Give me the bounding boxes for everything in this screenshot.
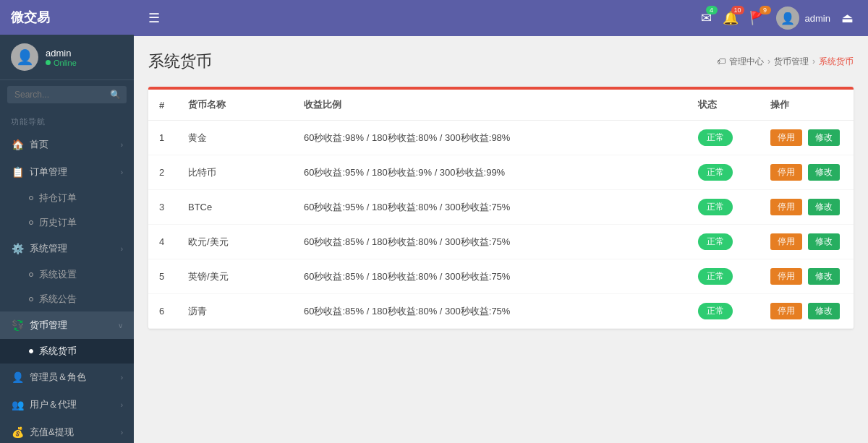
stop-button[interactable]: 停用 — [770, 199, 802, 215]
sidebar-item-users[interactable]: 👥 用户＆代理 › — [0, 391, 134, 418]
mail-badge: 4 — [706, 6, 718, 14]
cell-name: 英镑/美元 — [177, 259, 293, 294]
col-header-profit: 收益比例 — [293, 90, 687, 121]
flag-icon-wrap[interactable]: 🚩 9 — [749, 10, 765, 26]
cell-status: 正常 — [687, 155, 760, 190]
sidebar-item-home-label: 首页 — [30, 138, 48, 151]
edit-button[interactable]: 修改 — [808, 303, 840, 319]
stop-button[interactable]: 停用 — [770, 129, 802, 146]
table-row: 4 欧元/美元 60秒收益:85% / 180秒收益:80% / 300秒收益:… — [148, 225, 854, 259]
sidebar-item-orders-label: 订单管理 — [30, 165, 67, 179]
edit-button[interactable]: 修改 — [808, 129, 840, 146]
cell-name: BTCe — [177, 190, 293, 225]
logout-icon[interactable]: ⏏ — [841, 10, 854, 26]
topbar-avatar: 👤 — [776, 7, 799, 30]
chevron-icon-system: › — [121, 245, 123, 253]
sidebar-item-admin-roles[interactable]: 👤 管理员＆角色 › — [0, 364, 134, 391]
edit-button[interactable]: 修改 — [808, 199, 840, 215]
chevron-icon: › — [121, 141, 123, 149]
main-area: ☰ ✉ 4 🔔 10 🚩 9 👤 admin ⏏ 系统货币 — [134, 0, 868, 443]
search-input[interactable] — [7, 86, 127, 103]
status-badge: 正常 — [698, 268, 733, 285]
chevron-icon-orders: › — [121, 168, 123, 176]
sidebar-item-currency[interactable]: 💱 货币管理 ∨ — [0, 311, 134, 339]
flag-badge: 9 — [760, 6, 771, 14]
cell-num: 1 — [148, 121, 177, 155]
recharge-icon: 💰 — [11, 426, 24, 438]
sidebar-subitem-history[interactable]: 历史订单 — [0, 210, 134, 235]
col-header-action: 操作 — [760, 90, 854, 121]
stop-button[interactable]: 停用 — [770, 268, 802, 285]
sub-dot-2 — [29, 220, 33, 225]
status-badge: 正常 — [698, 164, 733, 181]
topbar-user[interactable]: 👤 admin — [776, 7, 830, 30]
sidebar-user: 👤 admin Online — [0, 35, 134, 80]
chevron-icon-users: › — [121, 401, 123, 409]
cell-profit: 60秒收益:85% / 180秒收益:80% / 300秒收益:75% — [293, 225, 687, 259]
stop-button[interactable]: 停用 — [770, 233, 802, 250]
edit-button[interactable]: 修改 — [808, 268, 840, 285]
sidebar-subitem-settings[interactable]: 系统设置 — [0, 262, 134, 287]
col-header-name: 货币名称 — [177, 90, 293, 121]
cell-num: 6 — [148, 294, 177, 329]
sub-dot-5 — [29, 349, 33, 353]
home-icon: 🏠 — [11, 139, 24, 150]
stop-button[interactable]: 停用 — [770, 164, 802, 181]
col-header-num: # — [148, 90, 177, 121]
cell-status: 正常 — [687, 259, 760, 294]
sidebar-subitem-notice[interactable]: 系统公告 — [0, 287, 134, 311]
edit-button[interactable]: 修改 — [808, 233, 840, 250]
sub-dot-3 — [29, 272, 33, 277]
sidebar-item-orders[interactable]: 📋 订单管理 › — [0, 158, 134, 186]
cell-action: 停用 修改 — [760, 190, 854, 225]
status-badge: 正常 — [698, 303, 733, 319]
status-badge: 正常 — [698, 129, 733, 146]
topbar: ☰ ✉ 4 🔔 10 🚩 9 👤 admin ⏏ — [134, 0, 868, 36]
hamburger-icon[interactable]: ☰ — [148, 10, 160, 26]
topbar-username: admin — [805, 13, 830, 24]
sidebar-header: 微交易 — [0, 0, 134, 35]
sidebar-item-system[interactable]: ⚙️ 系统管理 › — [0, 235, 134, 262]
cell-num: 2 — [148, 155, 177, 190]
cell-action: 停用 修改 — [760, 155, 854, 190]
app-logo: 微交易 — [11, 9, 50, 26]
sidebar-item-home[interactable]: 🏠 首页 › — [0, 131, 134, 158]
cell-num: 3 — [148, 190, 177, 225]
bell-icon-wrap[interactable]: 🔔 10 — [723, 10, 739, 26]
stop-button[interactable]: 停用 — [770, 303, 802, 319]
users-icon: 👥 — [11, 399, 24, 410]
currency-table: # 货币名称 收益比例 状态 操作 1 黄金 60秒收益:98% / 180秒收… — [148, 90, 854, 329]
currency-icon: 💱 — [11, 319, 24, 331]
sidebar-item-system-label: 系统管理 — [30, 242, 67, 255]
sidebar-item-users-label: 用户＆代理 — [30, 398, 77, 411]
cell-name: 沥青 — [177, 294, 293, 329]
sidebar-subitem-holding[interactable]: 持仓订单 — [0, 186, 134, 210]
sidebar-subitem-syscurrency[interactable]: 系统货币 — [0, 339, 134, 364]
cell-name: 比特币 — [177, 155, 293, 190]
cell-action: 停用 修改 — [760, 225, 854, 259]
search-icon: 🔍 — [110, 90, 121, 100]
table-row: 1 黄金 60秒收益:98% / 180秒收益:80% / 300秒收益:98%… — [148, 121, 854, 155]
table-row: 2 比特币 60秒收益:95% / 180秒收益:9% / 300秒收益:99%… — [148, 155, 854, 190]
sidebar-item-recharge[interactable]: 💰 充值&提现 › — [0, 418, 134, 443]
table-row: 5 英镑/美元 60秒收益:85% / 180秒收益:80% / 300秒收益:… — [148, 259, 854, 294]
col-header-status: 状态 — [687, 90, 760, 121]
cell-action: 停用 修改 — [760, 294, 854, 329]
sub-dot — [29, 196, 33, 200]
chevron-icon-recharge: › — [121, 429, 123, 436]
cell-num: 4 — [148, 225, 177, 259]
page-title: 系统货币 — [148, 51, 212, 72]
edit-button[interactable]: 修改 — [808, 164, 840, 181]
breadcrumb-current: 系统货币 — [819, 56, 854, 68]
table-row: 3 BTCe 60秒收益:95% / 180秒收益:80% / 300秒收益:7… — [148, 190, 854, 225]
user-name: admin — [46, 48, 77, 59]
bell-badge: 10 — [731, 6, 744, 14]
cell-status: 正常 — [687, 294, 760, 329]
cell-action: 停用 修改 — [760, 121, 854, 155]
breadcrumb-home: 管理中心 — [729, 56, 764, 68]
cell-name: 欧元/美元 — [177, 225, 293, 259]
sidebar-item-currency-label: 货币管理 — [30, 319, 67, 332]
admin-icon: 👤 — [11, 371, 24, 383]
mail-icon-wrap[interactable]: ✉ 4 — [701, 10, 712, 26]
sub-dot-4 — [29, 297, 33, 301]
